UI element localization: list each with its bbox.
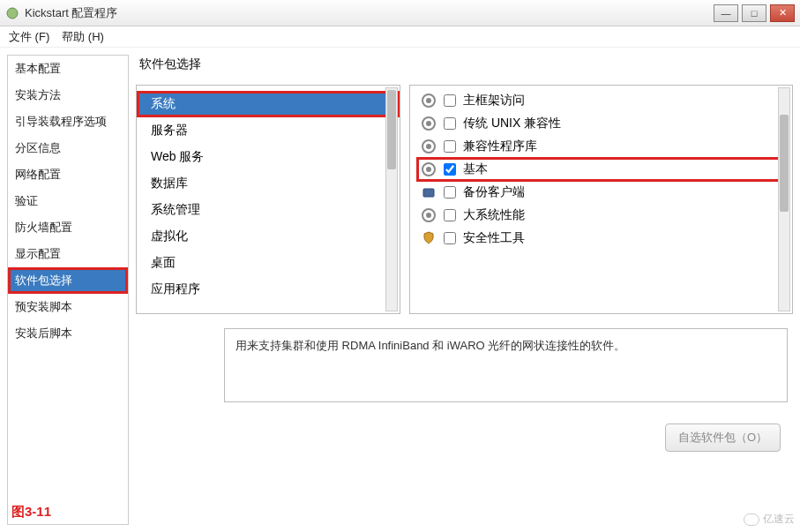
svg-point-6 <box>426 144 431 149</box>
package-item[interactable]: 传统 UNIX 兼容性 <box>417 112 785 135</box>
package-checkbox[interactable] <box>444 163 456 176</box>
package-label: 安全性工具 <box>463 230 525 246</box>
sidebar-item[interactable]: 安装后脚本 <box>8 320 128 347</box>
svg-point-2 <box>426 98 431 103</box>
package-label: 兼容性程序库 <box>463 139 537 154</box>
sidebar-item[interactable]: 显示配置 <box>8 241 128 267</box>
package-checkbox[interactable] <box>444 232 456 244</box>
package-item[interactable]: 安全性工具 <box>417 227 785 250</box>
category-item[interactable]: 应用程序 <box>137 276 400 303</box>
gear-icon <box>421 161 437 177</box>
sidebar-item[interactable]: 防火墙配置 <box>8 214 128 241</box>
app-icon <box>5 6 19 20</box>
svg-point-4 <box>426 121 431 126</box>
sidebar-item[interactable]: 分区信息 <box>8 135 128 161</box>
package-checkbox[interactable] <box>444 94 456 107</box>
package-label: 大系统性能 <box>463 207 525 223</box>
package-item[interactable]: 基本 <box>417 158 785 181</box>
package-list: 主框架访问传统 UNIX 兼容性兼容性程序库基本备份客户端大系统性能安全性工具 <box>409 85 793 314</box>
package-checkbox[interactable] <box>444 186 456 199</box>
category-item[interactable]: 桌面 <box>137 250 400 276</box>
sidebar-item[interactable]: 基本配置 <box>8 56 128 82</box>
description-box: 用来支持集群和使用 RDMA InfiniBand 和 iWARO 光纤的网状连… <box>224 328 788 402</box>
sidebar-item[interactable]: 安装方法 <box>8 82 128 109</box>
watermark: 亿速云 <box>744 512 795 527</box>
svg-point-8 <box>426 167 431 172</box>
package-checkbox[interactable] <box>444 140 456 153</box>
sidebar-item[interactable]: 软件包选择 <box>8 267 128 294</box>
category-item[interactable]: 系统 <box>137 91 400 117</box>
sidebar-item[interactable]: 预安装脚本 <box>8 294 128 320</box>
window-title: Kickstart 配置程序 <box>25 5 708 21</box>
titlebar: Kickstart 配置程序 — □ ✕ <box>0 0 800 26</box>
package-checkbox[interactable] <box>444 209 456 221</box>
package-item[interactable]: 主框架访问 <box>417 89 785 112</box>
package-item[interactable]: 兼容性程序库 <box>417 135 785 158</box>
category-item[interactable]: Web 服务 <box>137 144 400 170</box>
package-item[interactable]: 大系统性能 <box>417 204 785 227</box>
page-title: 软件包选择 <box>136 55 793 78</box>
gear-icon <box>421 116 437 131</box>
package-label: 基本 <box>463 161 488 177</box>
sidebar: 基本配置安装方法引导装载程序选项分区信息网络配置验证防火墙配置显示配置软件包选择… <box>7 55 129 525</box>
watermark-logo-icon <box>744 513 759 526</box>
package-label: 主框架访问 <box>463 93 525 109</box>
category-item[interactable]: 数据库 <box>137 170 400 197</box>
minimize-button[interactable]: — <box>714 4 738 22</box>
category-item[interactable]: 服务器 <box>137 117 400 144</box>
package-label: 备份客户端 <box>463 184 525 200</box>
shield-icon <box>421 230 437 246</box>
menu-file[interactable]: 文件 (F) <box>9 29 49 45</box>
sidebar-item[interactable]: 验证 <box>8 188 128 214</box>
maximize-button[interactable]: □ <box>742 4 766 22</box>
package-label: 传统 UNIX 兼容性 <box>463 116 561 131</box>
figure-label: 图3-11 <box>11 504 51 521</box>
custom-packages-button[interactable]: 自选软件包（O） <box>665 423 781 452</box>
menubar: 文件 (F) 帮助 (H) <box>0 26 800 48</box>
package-item[interactable]: 备份客户端 <box>417 181 785 204</box>
svg-point-11 <box>426 213 431 218</box>
box-icon <box>421 184 437 200</box>
category-list: 系统服务器Web 服务数据库系统管理虚拟化桌面应用程序 <box>136 85 400 314</box>
gear-icon <box>421 139 437 154</box>
gear-icon <box>421 207 437 223</box>
sidebar-item[interactable]: 网络配置 <box>8 161 128 188</box>
sidebar-item[interactable]: 引导装载程序选项 <box>8 109 128 135</box>
gear-icon <box>421 93 437 109</box>
scrollbar[interactable] <box>778 87 790 311</box>
scrollbar[interactable] <box>385 87 398 311</box>
svg-rect-9 <box>423 189 434 197</box>
category-item[interactable]: 系统管理 <box>137 197 400 223</box>
menu-help[interactable]: 帮助 (H) <box>62 29 104 45</box>
svg-point-0 <box>7 8 18 19</box>
category-item[interactable]: 虚拟化 <box>137 223 400 250</box>
package-checkbox[interactable] <box>444 117 456 130</box>
close-button[interactable]: ✕ <box>770 4 795 22</box>
